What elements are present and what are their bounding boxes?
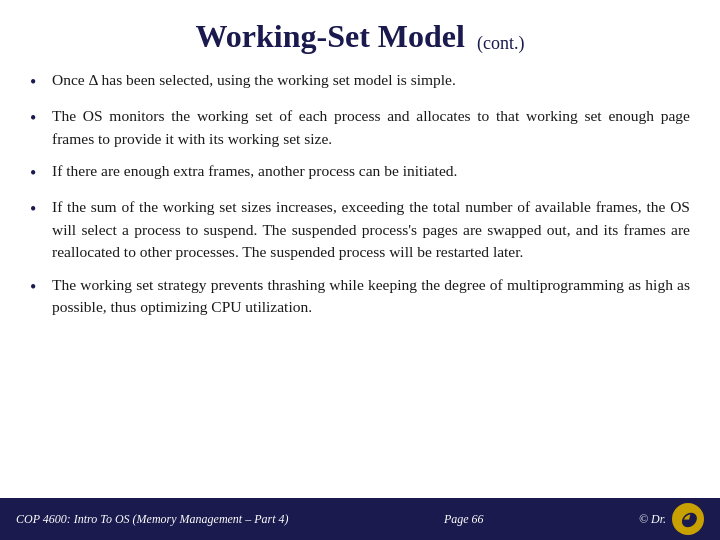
bullet-dot-2: •	[30, 106, 42, 131]
bullet-dot-5: •	[30, 275, 42, 300]
bullet-text-1: Once Δ has been selected, using the work…	[52, 69, 456, 91]
slide: Working-Set Model (cont.) • Once Δ has b…	[0, 0, 720, 540]
bullet-text-2: The OS monitors the working set of each …	[52, 105, 690, 150]
slide-title-cont: (cont.)	[477, 33, 524, 53]
slide-title: Working-Set Model	[196, 18, 465, 54]
bullet-item-3: • If there are enough extra frames, anot…	[30, 160, 690, 186]
bullet-dot-3: •	[30, 161, 42, 186]
bullet-item-4: • If the sum of the working set sizes in…	[30, 196, 690, 263]
footer-copyright: © Dr.	[639, 512, 666, 527]
bullet-item-2: • The OS monitors the working set of eac…	[30, 105, 690, 150]
bullet-text-3: If there are enough extra frames, anothe…	[52, 160, 457, 182]
footer-left-text: COP 4600: Intro To OS (Memory Management…	[16, 512, 289, 527]
bullet-text-5: The working set strategy prevents thrash…	[52, 274, 690, 319]
logo-icon: ◕	[672, 503, 704, 535]
bullet-text-4: If the sum of the working set sizes incr…	[52, 196, 690, 263]
bullet-item-5: • The working set strategy prevents thra…	[30, 274, 690, 319]
content-area: • Once Δ has been selected, using the wo…	[30, 69, 690, 490]
footer-page-number: Page 66	[444, 512, 484, 527]
bullet-item-1: • Once Δ has been selected, using the wo…	[30, 69, 690, 95]
footer-right: © Dr. ◕	[639, 503, 704, 535]
bullet-dot-4: •	[30, 197, 42, 222]
title-area: Working-Set Model (cont.)	[30, 18, 690, 55]
slide-footer: COP 4600: Intro To OS (Memory Management…	[0, 498, 720, 540]
bullet-dot-1: •	[30, 70, 42, 95]
